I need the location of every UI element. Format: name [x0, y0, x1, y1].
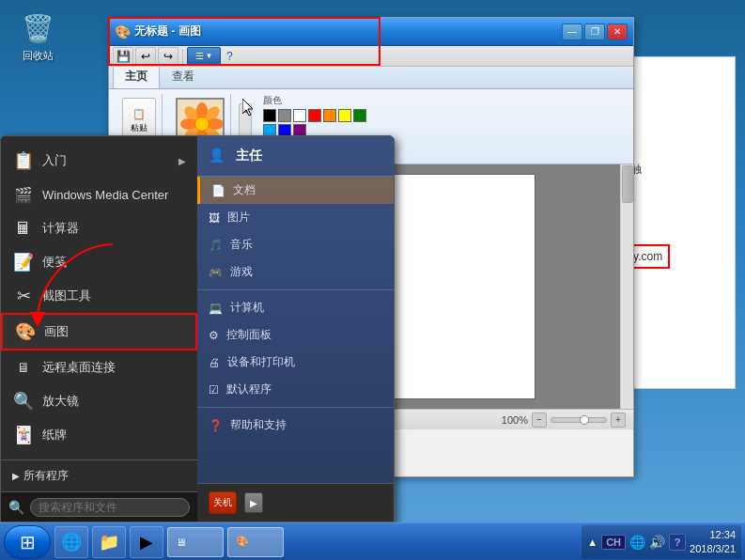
paint-scroll-thumb-v[interactable]	[622, 165, 633, 203]
start-item-calculator[interactable]: 🖩 计算器	[1, 211, 197, 245]
solitaire-label: 纸牌	[42, 427, 67, 443]
paint-scrollbar-v[interactable]	[620, 164, 633, 409]
all-programs-arrow-icon: ▶	[12, 471, 20, 481]
tray-network-icon[interactable]: 🌐	[629, 535, 645, 550]
start-menu-pinned: 📋 入门 ▶ 🎬 Windows Media Center 🖩 计算器 📝 便笺	[1, 136, 197, 460]
paint-minimize-btn[interactable]: —	[562, 23, 582, 40]
help-icon: ❓	[209, 419, 223, 432]
start-item-wmc[interactable]: 🎬 Windows Media Center	[1, 178, 197, 211]
shutdown-button[interactable]: 关机	[209, 491, 237, 514]
sticky-notes-label: 便笺	[42, 254, 67, 271]
start-shutdown-area: 关机 ▶	[197, 483, 394, 521]
devices-printers-icon: 🖨	[209, 356, 220, 369]
ribbon-scroll-up-icon: ▲	[241, 106, 249, 115]
devices-printers-label: 设备和打印机	[227, 354, 295, 370]
start-right-item-default-programs[interactable]: ☑ 默认程序	[197, 376, 394, 403]
paint-title-text: 无标题 - 画图	[134, 23, 201, 39]
tab-home[interactable]: 主页	[113, 64, 160, 88]
games-label: 游戏	[230, 264, 253, 280]
svg-point-10	[195, 117, 209, 131]
computer-icon: 💻	[209, 302, 223, 315]
zoom-in-btn[interactable]: +	[611, 412, 626, 428]
start-item-snipping-tool[interactable]: ✂ 截图工具	[1, 279, 197, 313]
calculator-icon: 🖩	[12, 217, 35, 240]
paint-taskbar-icon: 🎨	[236, 536, 249, 548]
desktop-icon-recycle-bin[interactable]: 🗑️ 回收站	[9, 9, 66, 63]
qat-question-icon[interactable]: ?	[226, 49, 233, 63]
solitaire-icon: 🃏	[12, 424, 35, 446]
user-label: 主任	[236, 148, 262, 163]
magnifier-label: 放大镜	[42, 393, 79, 410]
tray-show-hidden-btn[interactable]: ▲	[587, 537, 598, 548]
start-menu-right: 👤 主任 📄 文档 🖼 图片 🎵 音乐 🎮 游戏 💻	[197, 136, 394, 521]
qat-redo-icon[interactable]: ↪	[158, 47, 178, 66]
taskbar-start-button[interactable]: ⊞	[4, 525, 51, 559]
zoom-out-btn[interactable]: −	[532, 412, 547, 428]
start-right-item-music[interactable]: 🎵 音乐	[197, 231, 394, 258]
paint-title-buttons: — ❐ ✕	[562, 23, 628, 40]
start-all-programs[interactable]: ▶ 所有程序	[1, 460, 197, 491]
start-right-user: 👤 主任	[197, 136, 394, 177]
shutdown-arrow-btn[interactable]: ▶	[244, 492, 263, 513]
tray-help-icon[interactable]: ?	[669, 534, 686, 551]
paint-restore-btn[interactable]: ❐	[584, 23, 605, 40]
media-player-icon: ▶	[140, 532, 153, 552]
color-white[interactable]	[293, 109, 306, 122]
taskbar-media-btn[interactable]: ▶	[130, 526, 163, 558]
start-search-input[interactable]	[30, 498, 190, 517]
start-item-sticky-notes[interactable]: 📝 便笺	[1, 245, 197, 279]
ribbon-tabs: 主页 查看	[109, 67, 633, 89]
start-right-item-pictures[interactable]: 🖼 图片	[197, 204, 394, 231]
music-icon: 🎵	[209, 239, 223, 252]
help-label: 帮助和支持	[230, 417, 287, 433]
paint-title-left: 🎨 无标题 - 画图	[115, 23, 201, 39]
start-orb-icon: ⊞	[20, 531, 36, 553]
paint-zoom-control: 100% − +	[502, 412, 626, 428]
wmc-label: Windows Media Center	[42, 188, 168, 202]
start-item-solitaire[interactable]: 🃏 纸牌	[1, 418, 197, 452]
getting-started-arrow: ▶	[178, 156, 186, 166]
start-right-item-control-panel[interactable]: ⚙ 控制面板	[197, 321, 394, 349]
color-section-label: 颜色	[263, 94, 282, 107]
start-item-getting-started[interactable]: 📋 入门 ▶	[1, 144, 197, 178]
color-gray[interactable]	[278, 109, 291, 122]
taskbar-running-sysinfo[interactable]: 🖥	[167, 527, 224, 557]
system-tray: ▲ CH 🌐 🔊 ? 12:34 2018/3/21	[582, 525, 741, 559]
paint-close-btn[interactable]: ✕	[607, 23, 628, 40]
taskbar-ie-btn[interactable]: 🌐	[54, 526, 88, 558]
zoom-slider[interactable]	[551, 417, 607, 423]
games-icon: 🎮	[209, 266, 223, 279]
start-item-paint[interactable]: 🎨 画图	[1, 313, 197, 350]
paste-icon: 📋	[132, 108, 146, 120]
taskbar-running-paint[interactable]: 🎨	[227, 527, 284, 557]
start-item-rdp[interactable]: 🖥 远程桌面连接	[1, 350, 197, 384]
tab-view[interactable]: 查看	[160, 64, 207, 88]
color-orange[interactable]	[323, 109, 336, 122]
calculator-label: 计算器	[42, 220, 79, 237]
start-menu-left: 📋 入门 ▶ 🎬 Windows Media Center 🖩 计算器 📝 便笺	[1, 136, 197, 521]
qat-save-icon[interactable]: 💾	[113, 47, 133, 66]
color-black[interactable]	[263, 109, 276, 122]
color-green[interactable]	[353, 109, 366, 122]
start-right-item-computer[interactable]: 💻 计算机	[197, 294, 394, 321]
paint-menu-btn[interactable]: ☰ ▼	[187, 47, 221, 66]
qat-undo-icon[interactable]: ↩	[135, 47, 156, 66]
color-red[interactable]	[308, 109, 321, 122]
start-menu: 📋 入门 ▶ 🎬 Windows Media Center 🖩 计算器 📝 便笺	[0, 135, 395, 522]
tray-volume-icon[interactable]: 🔊	[649, 535, 665, 550]
paint-qat: 💾 ↩ ↪ ☰ ▼ ?	[109, 46, 633, 67]
zoom-percent-label: 100%	[502, 414, 528, 426]
recycle-bin-icon: 🗑️	[19, 9, 56, 47]
start-right-divider1	[197, 289, 394, 290]
start-right-item-games[interactable]: 🎮 游戏	[197, 258, 394, 286]
color-yellow[interactable]	[338, 109, 351, 122]
taskbar-explorer-btn[interactable]: 📁	[92, 526, 126, 558]
tray-input-method[interactable]: CH	[601, 535, 626, 550]
start-item-magnifier[interactable]: 🔍 放大镜	[1, 384, 197, 418]
search-icon: 🔍	[8, 500, 24, 515]
start-right-item-devices-printers[interactable]: 🖨 设备和打印机	[197, 349, 394, 376]
start-right-item-help[interactable]: ❓ 帮助和支持	[197, 412, 394, 439]
start-right-item-documents[interactable]: 📄 文档	[197, 177, 394, 204]
system-clock[interactable]: 12:34 2018/3/21	[690, 528, 736, 555]
computer-label: 计算机	[230, 300, 264, 316]
